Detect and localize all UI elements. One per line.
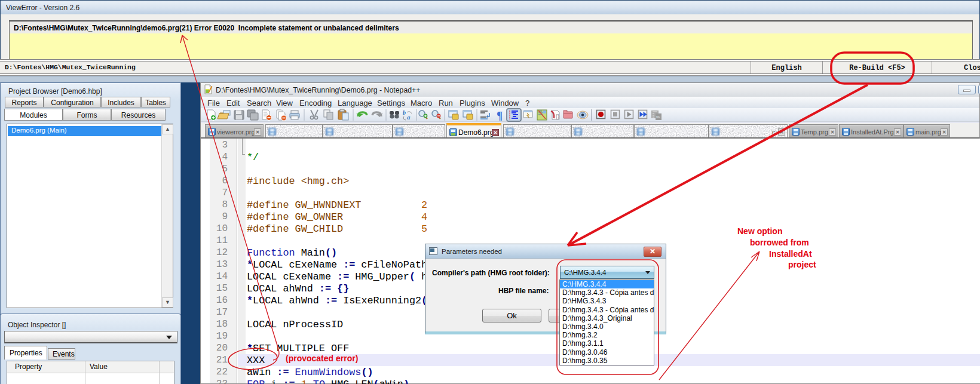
- svg-text:uc: uc: [656, 115, 660, 118]
- svg-text:¶: ¶: [497, 109, 503, 122]
- svg-text:{}: {}: [556, 113, 559, 119]
- svg-text:b: b: [403, 109, 406, 116]
- svg-text:a: a: [407, 113, 411, 121]
